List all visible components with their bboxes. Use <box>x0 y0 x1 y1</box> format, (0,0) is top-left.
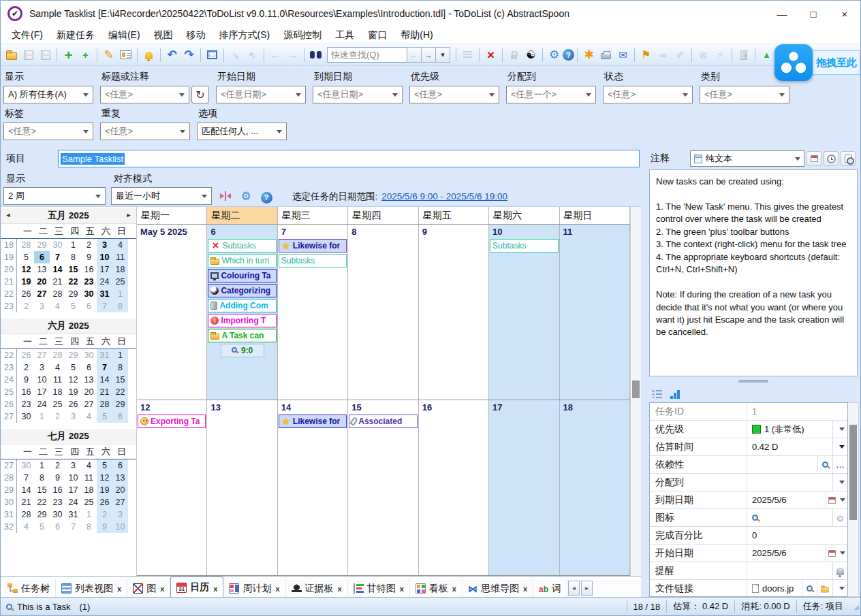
close-tab-icon[interactable]: x <box>213 585 217 594</box>
mini-day[interactable]: 11 <box>112 251 128 263</box>
mini-day[interactable]: 20 <box>112 484 128 496</box>
tab-scroll-right-button[interactable]: ► <box>581 581 593 596</box>
mini-day[interactable]: 7 <box>97 300 112 312</box>
insert-time-button[interactable] <box>824 151 839 166</box>
mini-day[interactable]: 9 <box>50 472 65 484</box>
refresh-filter-button[interactable]: ↻ <box>191 86 209 103</box>
mini-day[interactable]: 9 <box>81 251 97 263</box>
mini-day[interactable]: 2 <box>97 508 112 521</box>
task-item[interactable]: Exporting Ta <box>138 415 206 428</box>
calendar-help-icon[interactable]: ? <box>258 189 275 206</box>
horizontal-splitter[interactable] <box>646 376 860 385</box>
show-weeks-combo[interactable]: 2 周 <box>3 187 106 205</box>
netdisk-drop-overlay[interactable]: 拖拽至此 <box>774 44 860 81</box>
attr-dots-button[interactable]: … <box>832 456 847 473</box>
mini-day[interactable]: 3 <box>65 459 81 472</box>
menu-item-9[interactable]: 窗口 <box>361 27 394 44</box>
mini-day[interactable]: 8 <box>112 300 128 312</box>
insert-date-button[interactable] <box>807 151 821 166</box>
mini-day[interactable]: 19 <box>65 386 81 398</box>
day-cell[interactable]: 18 <box>560 400 630 575</box>
filter-combo-allocated-to[interactable]: <任意一个> <box>506 86 596 103</box>
menu-item-2[interactable]: 新建任务 <box>50 27 101 44</box>
mini-day[interactable]: 26 <box>18 349 34 361</box>
preferences-icon[interactable]: ⚙ <box>546 46 563 63</box>
mini-day[interactable]: 14 <box>50 263 65 276</box>
mini-day[interactable]: 1 <box>112 288 128 300</box>
filter-combo-status[interactable]: <任意> <box>603 86 693 103</box>
weekday-header-5[interactable]: 星期五 <box>419 207 489 224</box>
mini-day[interactable]: 7 <box>65 521 81 533</box>
weekday-header-2[interactable]: 星期二 <box>207 207 277 224</box>
maximize-view-icon[interactable] <box>204 46 221 63</box>
attr-caldrop-button[interactable] <box>826 491 847 508</box>
mini-day[interactable]: 10 <box>34 374 50 386</box>
mini-day[interactable]: 18 <box>81 484 97 496</box>
menu-item-8[interactable]: 工具 <box>328 27 361 44</box>
project-input[interactable]: Sample Tasklist <box>58 150 640 167</box>
filter-combo-recurrence[interactable]: <任意> <box>100 123 190 140</box>
mini-day[interactable]: 2 <box>18 361 34 374</box>
task-item[interactable]: Subtasks <box>490 239 558 253</box>
mini-day[interactable]: 25 <box>50 398 65 410</box>
attr-value-percent-done[interactable]: 0 <box>747 527 847 544</box>
search-back-button[interactable]: ← <box>407 47 422 63</box>
filter-combo-tag[interactable]: <任意> <box>3 123 93 140</box>
close-tab-icon[interactable]: x <box>117 585 121 594</box>
mini-day[interactable]: 3 <box>34 361 50 374</box>
mini-day[interactable]: 4 <box>112 239 128 251</box>
mini-day[interactable]: 2 <box>81 239 97 251</box>
mini-day[interactable]: 30 <box>18 410 34 423</box>
attr-caldrop-button[interactable] <box>826 545 847 562</box>
attr-value-file-link[interactable]: doors.jp <box>747 580 802 597</box>
mini-day[interactable]: 29 <box>65 288 81 300</box>
mini-day[interactable]: 27 <box>112 496 128 508</box>
weekday-header-1[interactable]: 星期一 <box>137 207 207 224</box>
menu-item-1[interactable]: 文件(F) <box>5 27 50 44</box>
mini-day[interactable]: 8 <box>81 521 97 533</box>
comments-box[interactable]: New tasks can be created using: 1. The '… <box>649 169 858 376</box>
mini-day[interactable]: 19 <box>18 276 34 288</box>
mini-day[interactable]: 13 <box>34 263 50 276</box>
mini-day[interactable]: 12 <box>97 472 112 484</box>
task-card-icon[interactable] <box>117 46 134 63</box>
mini-day[interactable]: 6 <box>81 361 97 374</box>
day-cell[interactable]: 16 <box>419 400 489 575</box>
day-cell[interactable]: 14Likewise for <box>278 400 348 575</box>
mini-day[interactable]: 18 <box>50 386 65 398</box>
mini-day[interactable]: 27 <box>34 349 50 361</box>
mini-day[interactable]: 3 <box>34 300 50 312</box>
mini-day[interactable]: 21 <box>50 276 65 288</box>
tab-列表视图[interactable]: 列表视图x <box>56 579 127 598</box>
mini-day[interactable]: 7 <box>97 361 112 374</box>
mini-day[interactable]: 7 <box>18 472 34 484</box>
attr-bell-button[interactable] <box>832 562 847 579</box>
mini-day[interactable]: 2 <box>50 410 65 423</box>
mini-day[interactable]: 31 <box>65 508 81 521</box>
tab-思维导图[interactable]: 思维导图x <box>463 579 533 598</box>
mini-day[interactable]: 29 <box>65 349 81 361</box>
mini-day[interactable]: 3 <box>112 508 128 521</box>
mini-day[interactable]: 3 <box>65 410 81 423</box>
mini-day[interactable]: 23 <box>50 496 65 508</box>
mini-day[interactable]: 23 <box>18 398 34 410</box>
snap-divider-button[interactable] <box>217 188 234 204</box>
mini-day[interactable]: 17 <box>97 263 112 276</box>
mini-day[interactable]: 28 <box>50 288 65 300</box>
email-icon[interactable]: ✉ <box>614 46 631 63</box>
day-cell[interactable]: 15Associated <box>348 400 418 575</box>
mini-day[interactable]: 4 <box>50 361 65 374</box>
attr-value-icon[interactable] <box>747 509 832 526</box>
mini-day[interactable]: 22 <box>112 386 128 398</box>
day-cell[interactable]: 6SubtasksWhich in turnColouring TaCatego… <box>207 225 277 400</box>
vertical-splitter[interactable] <box>641 148 646 597</box>
sort-attributes-icon[interactable] <box>670 389 680 399</box>
mini-day[interactable]: 2 <box>50 459 65 472</box>
day-cell[interactable]: 7Likewise forSubtasks <box>278 225 348 400</box>
attr-value-dependency[interactable] <box>747 456 817 473</box>
mini-day[interactable]: 16 <box>50 484 65 496</box>
tab-词[interactable]: 词 <box>533 579 567 598</box>
attr-smiley-button[interactable]: ☺ <box>832 509 847 526</box>
filter-combo-due-date[interactable]: <任意日期> <box>313 86 403 103</box>
task-item[interactable]: Importing T <box>208 314 276 327</box>
